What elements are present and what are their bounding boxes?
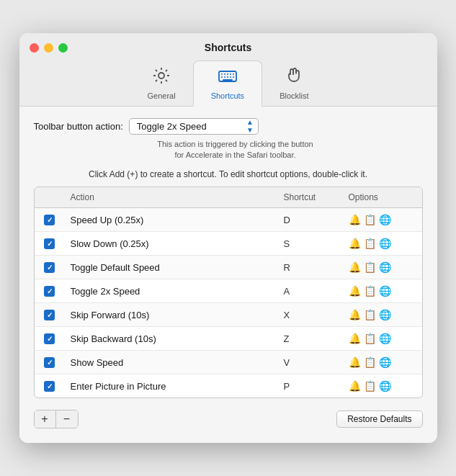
- bell-icon[interactable]: 🔔: [349, 309, 361, 320]
- instruction-text: Click Add (+) to create a shortcut. To e…: [34, 169, 423, 179]
- table-row: Skip Forward (10s) X 🔔 📋 🌐: [35, 303, 422, 327]
- row-options: 🔔 📋 🌐: [343, 378, 422, 394]
- row-options: 🔔 📋 🌐: [343, 331, 422, 346]
- row-options: 🔔 📋 🌐: [343, 354, 422, 370]
- minimize-button[interactable]: [44, 43, 53, 53]
- row-action: Skip Backward (10s): [65, 331, 278, 346]
- content-area: Toolbar button action: Toggle 2x Speed S…: [19, 107, 437, 444]
- toolbar-action-select-wrapper: Toggle 2x Speed Speed Up (0.25x) Slow Do…: [129, 118, 259, 135]
- table-row: Show Speed V 🔔 📋 🌐: [35, 351, 422, 374]
- row-action: Slow Down (0.25x): [65, 236, 278, 251]
- row-shortcut: V: [278, 355, 343, 370]
- row-action: Speed Up (0.25x): [65, 212, 278, 228]
- hand-icon: [284, 66, 304, 89]
- table-row: Skip Backward (10s) Z 🔔 📋 🌐: [35, 327, 422, 351]
- restore-defaults-button[interactable]: Restore Defaults: [336, 410, 422, 428]
- bell-icon[interactable]: 🔔: [349, 214, 361, 225]
- toolbar-label: Toolbar button action:: [34, 121, 123, 132]
- globe-icon[interactable]: 🌐: [379, 285, 391, 297]
- tab-general[interactable]: General: [130, 61, 193, 106]
- row-shortcut: P: [278, 379, 343, 394]
- add-remove-group: + −: [34, 410, 79, 428]
- row-options: 🔔 📋 🌐: [343, 235, 422, 251]
- table-row: Toggle 2x Speed A 🔔 📋 🌐: [35, 279, 422, 303]
- toolbar-action-select[interactable]: Toggle 2x Speed Speed Up (0.25x) Slow Do…: [129, 118, 259, 135]
- bell-icon[interactable]: 🔔: [349, 285, 361, 297]
- row-checkbox[interactable]: [35, 355, 65, 370]
- tab-shortcuts-label: Shortcuts: [211, 91, 244, 100]
- row-shortcut: X: [278, 307, 343, 323]
- clipboard-icon[interactable]: 📋: [364, 309, 376, 320]
- add-shortcut-button[interactable]: +: [35, 410, 56, 428]
- row-action: Toggle Default Speed: [65, 260, 278, 275]
- maximize-button[interactable]: [58, 43, 68, 53]
- row-options: 🔔 📋 🌐: [343, 307, 422, 323]
- tab-blocklist[interactable]: Blocklist: [262, 61, 326, 106]
- col-options: Options: [343, 191, 422, 204]
- table-row: Speed Up (0.25x) D 🔔 📋 🌐: [35, 208, 422, 232]
- shortcuts-table: Action Shortcut Options Speed Up (0.25x)…: [34, 187, 423, 398]
- clipboard-icon[interactable]: 📋: [364, 333, 376, 344]
- tab-shortcuts[interactable]: Shortcuts: [193, 60, 262, 107]
- row-checkbox[interactable]: [35, 236, 65, 251]
- tab-general-label: General: [148, 91, 176, 100]
- bell-icon[interactable]: 🔔: [349, 356, 361, 368]
- row-options: 🔔 📋 🌐: [343, 283, 422, 299]
- remove-shortcut-button[interactable]: −: [56, 410, 78, 428]
- bell-icon[interactable]: 🔔: [349, 261, 361, 273]
- globe-icon[interactable]: 🌐: [379, 214, 391, 225]
- row-shortcut: S: [278, 236, 343, 251]
- keyboard-icon: [218, 66, 238, 89]
- tab-bar: General: [130, 60, 326, 106]
- row-action: Skip Forward (10s): [65, 307, 278, 323]
- row-checkbox[interactable]: [35, 260, 65, 275]
- row-checkbox[interactable]: [35, 331, 65, 346]
- traffic-lights: [30, 43, 68, 53]
- clipboard-icon[interactable]: 📋: [364, 214, 376, 225]
- tab-blocklist-label: Blocklist: [280, 91, 308, 100]
- bell-icon[interactable]: 🔔: [349, 333, 361, 344]
- row-action: Toggle 2x Speed: [65, 284, 278, 299]
- row-action: Enter Picture in Picture: [65, 379, 278, 394]
- row-shortcut: D: [278, 212, 343, 228]
- row-action: Show Speed: [65, 355, 278, 370]
- row-shortcut: R: [278, 260, 343, 275]
- globe-icon[interactable]: 🌐: [379, 333, 391, 344]
- globe-icon[interactable]: 🌐: [379, 238, 391, 249]
- bell-icon[interactable]: 🔔: [349, 238, 361, 249]
- globe-icon[interactable]: 🌐: [379, 309, 391, 320]
- row-checkbox[interactable]: [35, 307, 65, 323]
- row-options: 🔔 📋 🌐: [343, 212, 422, 228]
- hint-text: This action is triggered by clicking the…: [34, 139, 423, 161]
- bottom-bar: + − Restore Defaults: [34, 407, 423, 431]
- row-options: 🔔 📋 🌐: [343, 259, 422, 275]
- row-checkbox[interactable]: [35, 379, 65, 394]
- row-checkbox[interactable]: [35, 212, 65, 228]
- globe-icon[interactable]: 🌐: [379, 261, 391, 273]
- globe-icon[interactable]: 🌐: [379, 356, 391, 368]
- clipboard-icon[interactable]: 📋: [364, 261, 376, 273]
- clipboard-icon[interactable]: 📋: [364, 238, 376, 249]
- svg-point-0: [158, 73, 164, 78]
- bell-icon[interactable]: 🔔: [349, 380, 361, 392]
- clipboard-icon[interactable]: 📋: [364, 380, 376, 392]
- table-row: Enter Picture in Picture P 🔔 📋 🌐: [35, 374, 422, 398]
- row-checkbox[interactable]: [35, 284, 65, 299]
- main-window: Shortcuts General: [19, 33, 437, 444]
- clipboard-icon[interactable]: 📋: [364, 285, 376, 297]
- table-row: Toggle Default Speed R 🔔 📋 🌐: [35, 256, 422, 279]
- window-title: Shortcuts: [205, 42, 251, 53]
- clipboard-icon[interactable]: 📋: [364, 356, 376, 368]
- titlebar: Shortcuts General: [19, 33, 437, 107]
- col-action: Action: [65, 191, 278, 204]
- gear-icon: [151, 66, 171, 89]
- row-shortcut: A: [278, 284, 343, 299]
- toolbar-action-row: Toolbar button action: Toggle 2x Speed S…: [34, 118, 423, 135]
- row-shortcut: Z: [278, 331, 343, 346]
- globe-icon[interactable]: 🌐: [379, 380, 391, 392]
- table-header: Action Shortcut Options: [35, 187, 422, 208]
- col-shortcut: Shortcut: [278, 191, 343, 204]
- table-row: Slow Down (0.25x) S 🔔 📋 🌐: [35, 232, 422, 256]
- close-button[interactable]: [30, 43, 39, 53]
- col-check: [35, 191, 65, 204]
